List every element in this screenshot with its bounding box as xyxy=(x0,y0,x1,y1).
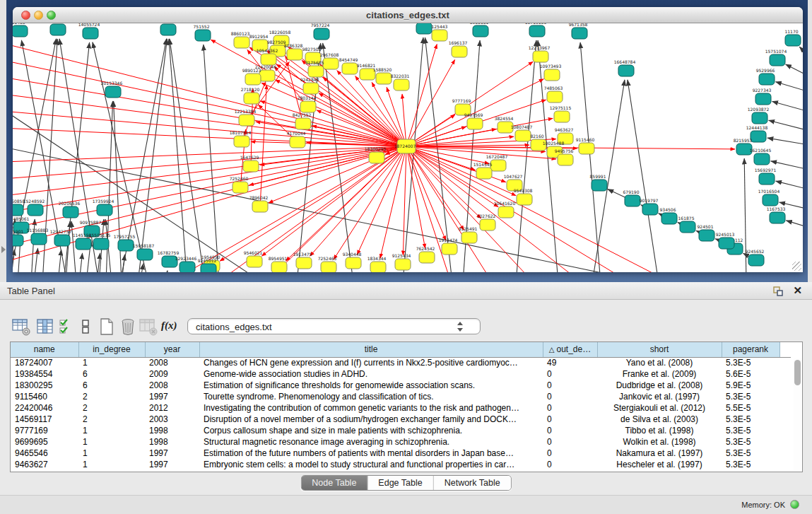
table-mode-icon[interactable] xyxy=(11,317,31,337)
network-node[interactable] xyxy=(342,63,358,74)
network-node[interactable] xyxy=(752,112,767,124)
column-header-short[interactable]: short xyxy=(597,342,722,357)
network-node[interactable] xyxy=(785,35,801,46)
network-node[interactable] xyxy=(28,204,43,216)
network-node[interactable] xyxy=(243,160,259,172)
network-node[interactable] xyxy=(76,238,91,250)
network-node[interactable] xyxy=(314,28,329,40)
network-node[interactable] xyxy=(252,201,268,212)
network-node[interactable] xyxy=(533,51,548,62)
network-node[interactable] xyxy=(579,143,594,154)
table-row[interactable]: 977716911998Corpus callosum shape and si… xyxy=(11,425,791,436)
table-row[interactable]: 1456911722003Disruption of a novel membe… xyxy=(11,414,791,425)
network-node[interactable] xyxy=(661,213,677,224)
tab-edge-table[interactable]: Edge Table xyxy=(367,476,433,490)
network-node[interactable] xyxy=(680,221,695,233)
network-node[interactable] xyxy=(50,24,66,35)
network-canvas[interactable]: 1872400788601238912954182260589827509818… xyxy=(13,23,803,272)
network-node[interactable] xyxy=(239,115,254,126)
network-node[interactable] xyxy=(261,54,276,65)
network-node[interactable] xyxy=(295,118,311,129)
network-node[interactable] xyxy=(394,79,409,90)
scrollbar-thumb[interactable] xyxy=(794,360,801,385)
column-header-pagerank[interactable]: pagerank xyxy=(722,342,779,357)
close-panel-icon[interactable]: ✕ xyxy=(793,284,802,297)
network-node[interactable] xyxy=(233,182,248,193)
column-header-in_degree[interactable]: in_degree xyxy=(78,342,145,357)
network-node[interactable] xyxy=(452,46,467,57)
column-header-year[interactable]: year xyxy=(145,342,199,357)
network-node[interactable] xyxy=(395,259,411,270)
resize-grip-icon[interactable] xyxy=(792,262,801,271)
network-node[interactable] xyxy=(642,204,658,215)
network-node[interactable] xyxy=(259,70,275,81)
network-node[interactable] xyxy=(234,37,249,48)
network-node[interactable] xyxy=(369,152,384,163)
delete-trash-icon[interactable] xyxy=(118,317,138,337)
network-node[interactable] xyxy=(247,256,262,267)
network-node[interactable] xyxy=(234,136,249,147)
table-selector-dropdown[interactable]: citations_edges.txt xyxy=(187,318,481,334)
network-node[interactable] xyxy=(625,195,640,206)
network-node[interactable] xyxy=(547,91,563,103)
network-node[interactable] xyxy=(63,206,78,218)
network-node[interactable] xyxy=(323,58,339,69)
column-header-title[interactable]: title xyxy=(199,342,543,357)
network-node[interactable] xyxy=(287,49,302,60)
network-node[interactable] xyxy=(592,180,607,191)
network-node[interactable] xyxy=(93,238,109,250)
row-height-icon[interactable] xyxy=(80,317,91,337)
network-node[interactable] xyxy=(271,262,287,272)
table-row[interactable]: 911546021997Tourette syndrome. Phenomeno… xyxy=(11,391,791,402)
network-node[interactable] xyxy=(751,131,766,142)
network-node[interactable] xyxy=(370,262,386,272)
table-row[interactable]: 946554611997Estimation of the future num… xyxy=(11,448,791,459)
network-node[interactable] xyxy=(244,93,259,104)
network-node[interactable] xyxy=(419,252,435,263)
panel-collapse-arrow-icon[interactable] xyxy=(1,246,6,253)
network-node[interactable] xyxy=(480,219,495,230)
network-node[interactable] xyxy=(529,25,545,37)
network-node[interactable] xyxy=(558,154,573,165)
network-node[interactable] xyxy=(346,257,361,269)
network-node[interactable] xyxy=(137,249,153,260)
network-node[interactable] xyxy=(770,54,785,66)
table-row[interactable]: 1830029562008Estimation of significance … xyxy=(11,380,791,391)
network-node[interactable] xyxy=(755,93,771,105)
network-node[interactable] xyxy=(442,243,457,255)
network-node[interactable] xyxy=(461,232,477,243)
network-node[interactable] xyxy=(699,230,714,241)
network-node[interactable] xyxy=(416,23,432,34)
tab-network-table[interactable]: Network Table xyxy=(434,476,511,490)
network-node[interactable] xyxy=(245,74,261,85)
tab-node-table[interactable]: Node Table xyxy=(301,476,367,490)
network-node[interactable] xyxy=(160,24,176,35)
column-header-out_degree[interactable]: △out_de… xyxy=(543,342,597,357)
table-row[interactable]: 1872400712008Changes of HCN gene express… xyxy=(11,357,791,368)
network-node[interactable] xyxy=(376,73,392,84)
network-node[interactable] xyxy=(554,111,570,122)
network-node[interactable] xyxy=(13,25,28,37)
network-node[interactable] xyxy=(195,30,211,41)
network-node[interactable] xyxy=(467,118,483,129)
network-node[interactable] xyxy=(719,238,734,249)
network-node[interactable] xyxy=(13,204,23,216)
network-node[interactable] xyxy=(303,83,319,94)
network-node[interactable] xyxy=(544,69,560,81)
network-node[interactable] xyxy=(759,173,775,185)
vertical-scrollbar[interactable] xyxy=(794,358,801,470)
show-column-icon[interactable] xyxy=(35,317,55,337)
network-node[interactable] xyxy=(83,28,98,39)
table-row[interactable]: 1938455462009Genome-wide association stu… xyxy=(11,368,791,380)
table-row[interactable]: 969969511998Structural magnetic resonanc… xyxy=(11,436,791,448)
network-node[interactable] xyxy=(759,74,775,85)
network-window[interactable]: citations_edges.txt 18724007886012389129… xyxy=(13,7,803,272)
table-row[interactable]: 2242004622012Investigating the contribut… xyxy=(11,402,791,414)
network-node[interactable] xyxy=(490,160,506,171)
network-node[interactable] xyxy=(432,30,447,41)
network-node[interactable] xyxy=(321,262,336,272)
network-node[interactable] xyxy=(473,25,488,37)
network-window-titlebar[interactable]: citations_edges.txt xyxy=(13,7,803,23)
column-header-name[interactable]: name xyxy=(11,342,78,357)
network-node[interactable] xyxy=(300,101,316,112)
